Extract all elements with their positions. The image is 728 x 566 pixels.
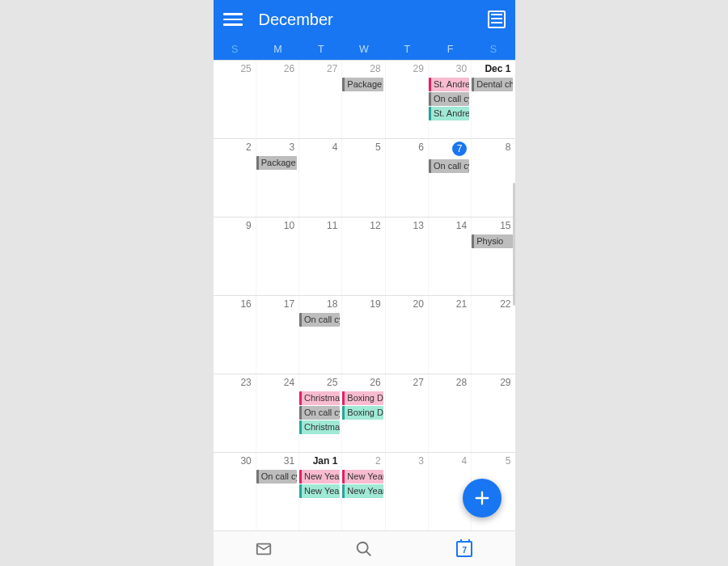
- event-chip[interactable]: St. Andrew: [429, 107, 469, 120]
- date-number: 3: [386, 454, 428, 469]
- week-row: 9101112131415Physio: [214, 218, 515, 296]
- search-tab[interactable]: [314, 531, 414, 566]
- day-cell[interactable]: 3Package f: [256, 139, 299, 217]
- event-chip[interactable]: Christmas: [299, 420, 340, 434]
- date-number: 2: [342, 454, 384, 469]
- date-number: 3: [256, 141, 298, 155]
- mail-icon: [255, 540, 273, 558]
- day-cell[interactable]: 11: [299, 218, 342, 295]
- date-number: 29: [472, 376, 514, 391]
- event-chip[interactable]: Package f: [342, 78, 383, 91]
- event-chip[interactable]: Christmas: [299, 391, 340, 405]
- day-cell[interactable]: 21: [429, 296, 472, 374]
- day-cell[interactable]: 27: [386, 374, 429, 452]
- date-number: 4: [429, 454, 471, 469]
- event-chip[interactable]: New Year: [342, 484, 383, 498]
- day-cell[interactable]: 22: [472, 296, 514, 374]
- date-number: 17: [256, 298, 298, 312]
- mail-tab[interactable]: [214, 531, 314, 566]
- day-cell[interactable]: 15Physio: [472, 218, 514, 295]
- day-cell[interactable]: 30: [214, 453, 256, 530]
- weekday-label: S: [472, 39, 514, 60]
- day-cell[interactable]: 2: [214, 139, 256, 217]
- add-event-fab[interactable]: [463, 479, 502, 517]
- day-cell[interactable]: 30St. AndrewOn call cySt. Andrew: [429, 61, 472, 138]
- weekday-label: M: [256, 39, 299, 60]
- day-cell[interactable]: 2New YearNew Year: [342, 453, 385, 530]
- day-cell[interactable]: 10: [256, 218, 299, 295]
- day-cell[interactable]: 19: [342, 296, 385, 374]
- event-chip[interactable]: On call cy: [299, 313, 340, 327]
- date-number: 11: [299, 219, 341, 234]
- calendar-tab[interactable]: 7: [414, 531, 514, 566]
- date-number: 25: [214, 62, 256, 77]
- day-cell[interactable]: 9: [214, 218, 256, 295]
- menu-icon[interactable]: [223, 10, 243, 29]
- event-chip[interactable]: New Year: [342, 470, 383, 484]
- day-cell[interactable]: 20: [386, 296, 429, 374]
- date-number: 13: [386, 219, 428, 234]
- day-cell[interactable]: 14: [429, 218, 472, 295]
- event-chip[interactable]: On call cy: [429, 159, 469, 173]
- weekday-header: SMTWTFS: [214, 39, 515, 60]
- event-chip[interactable]: On call cy: [429, 92, 469, 106]
- date-number: 23: [214, 376, 256, 391]
- date-number: 26: [256, 62, 298, 77]
- plus-icon: [473, 489, 491, 507]
- date-number: 25: [299, 376, 341, 391]
- day-cell[interactable]: 6: [386, 139, 429, 217]
- date-number: 31: [256, 454, 298, 469]
- day-cell[interactable]: 25ChristmasOn call cyChristmas: [299, 374, 342, 452]
- day-cell[interactable]: 17: [256, 296, 299, 374]
- day-cell[interactable]: 26: [256, 61, 299, 138]
- day-cell[interactable]: 28: [429, 374, 472, 452]
- app-bar: December: [214, 0, 515, 39]
- day-cell[interactable]: 16: [214, 296, 256, 374]
- date-number: 27: [386, 376, 428, 391]
- event-chip[interactable]: Package f: [256, 156, 297, 170]
- day-cell[interactable]: 23: [214, 374, 256, 452]
- event-chip[interactable]: St. Andrew: [429, 78, 469, 91]
- date-number: 5: [342, 141, 384, 155]
- date-number: 10: [256, 219, 298, 234]
- event-chip[interactable]: On call cy: [299, 406, 340, 420]
- day-cell[interactable]: 28Package f: [342, 61, 385, 138]
- day-cell[interactable]: 5: [342, 139, 385, 217]
- date-number: 24: [256, 376, 298, 391]
- day-cell[interactable]: 31On call cy: [256, 453, 299, 530]
- weekday-label: T: [299, 39, 342, 60]
- event-chip[interactable]: Dental che: [472, 78, 513, 91]
- day-cell[interactable]: 13: [386, 218, 429, 295]
- day-cell[interactable]: 7On call cy: [429, 139, 472, 217]
- day-cell[interactable]: 3: [386, 453, 429, 530]
- day-cell[interactable]: Jan 1New YearNew Year: [299, 453, 342, 530]
- event-chip[interactable]: New Year: [299, 484, 340, 498]
- day-cell[interactable]: 27: [299, 61, 342, 138]
- calendar-app: December SMTWTFS 25262728Package f2930St…: [214, 0, 515, 566]
- day-cell[interactable]: 29: [472, 374, 514, 452]
- date-number: 5: [472, 454, 514, 469]
- event-chip[interactable]: Boxing Da: [342, 391, 383, 405]
- day-cell[interactable]: Dec 1Dental che: [472, 61, 514, 138]
- day-cell[interactable]: 12: [342, 218, 385, 295]
- event-chip[interactable]: Boxing Da: [342, 406, 383, 420]
- event-chip[interactable]: New Year: [299, 470, 340, 484]
- day-cell[interactable]: 29: [386, 61, 429, 138]
- day-cell[interactable]: 4: [299, 139, 342, 217]
- date-number: Jan 1: [299, 454, 341, 469]
- scrollbar[interactable]: [513, 183, 515, 306]
- event-chip[interactable]: On call cy: [256, 470, 297, 484]
- date-number: 16: [214, 298, 256, 312]
- month-grid[interactable]: 25262728Package f2930St. AndrewOn call c…: [214, 60, 515, 530]
- day-cell[interactable]: 25: [214, 61, 256, 138]
- day-cell[interactable]: 18On call cy: [299, 296, 342, 374]
- date-number: 22: [472, 298, 514, 312]
- day-cell[interactable]: 24: [256, 374, 299, 452]
- day-cell[interactable]: 26Boxing DaBoxing Da: [342, 374, 385, 452]
- view-mode-icon[interactable]: [488, 11, 506, 28]
- date-number: 19: [342, 298, 384, 312]
- event-chip[interactable]: Physio: [472, 234, 513, 248]
- date-number: 21: [429, 298, 471, 312]
- day-cell[interactable]: 8: [472, 139, 514, 217]
- date-number: 27: [299, 62, 341, 77]
